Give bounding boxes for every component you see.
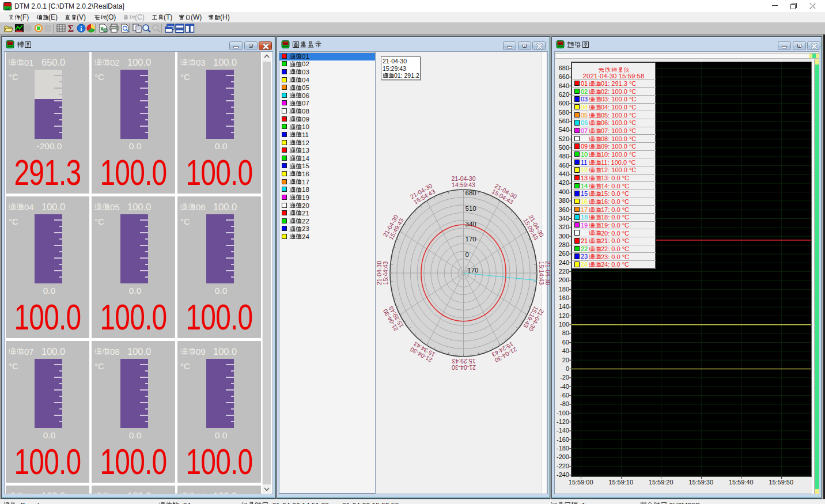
svg-text:510: 510 — [466, 205, 476, 212]
svg-text:680: 680 — [466, 190, 476, 196]
svg-text:Σ: Σ — [68, 24, 74, 33]
svg-text:340: 340 — [466, 221, 476, 228]
svg-text:0: 0 — [466, 251, 469, 258]
svg-text:-170: -170 — [466, 267, 479, 274]
svg-text:170: 170 — [466, 236, 476, 242]
